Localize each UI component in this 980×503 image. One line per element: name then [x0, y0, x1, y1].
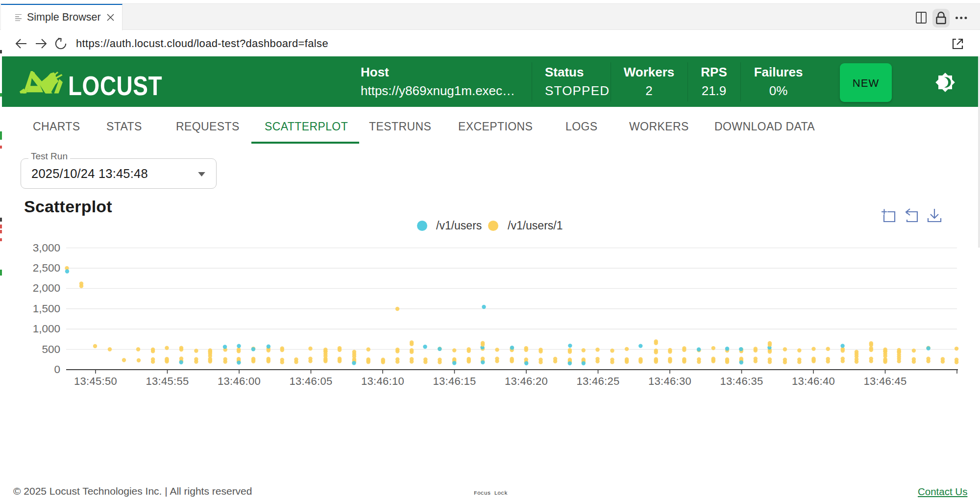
svg-text:13:46:25: 13:46:25	[576, 375, 619, 387]
svg-text:13:46:20: 13:46:20	[505, 375, 548, 387]
svg-text:2,500: 2,500	[33, 262, 60, 274]
svg-text:13:46:35: 13:46:35	[720, 375, 763, 387]
svg-text:13:46:15: 13:46:15	[433, 375, 476, 387]
svg-text:13:46:40: 13:46:40	[792, 375, 835, 387]
svg-text:1,000: 1,000	[33, 323, 60, 335]
svg-text:13:45:50: 13:45:50	[74, 375, 117, 387]
svg-text:13:46:10: 13:46:10	[361, 375, 404, 387]
svg-text:13:46:30: 13:46:30	[648, 375, 691, 387]
svg-text:3,000: 3,000	[33, 242, 60, 254]
svg-text:1,500: 1,500	[33, 302, 60, 315]
svg-text:13:46:00: 13:46:00	[218, 375, 261, 387]
svg-text:13:46:45: 13:46:45	[863, 375, 906, 387]
svg-text:13:46:05: 13:46:05	[289, 375, 332, 387]
svg-text:0: 0	[54, 363, 60, 376]
svg-text:13:45:55: 13:45:55	[146, 375, 189, 387]
svg-text:500: 500	[42, 343, 60, 355]
svg-text:2,000: 2,000	[33, 282, 60, 294]
